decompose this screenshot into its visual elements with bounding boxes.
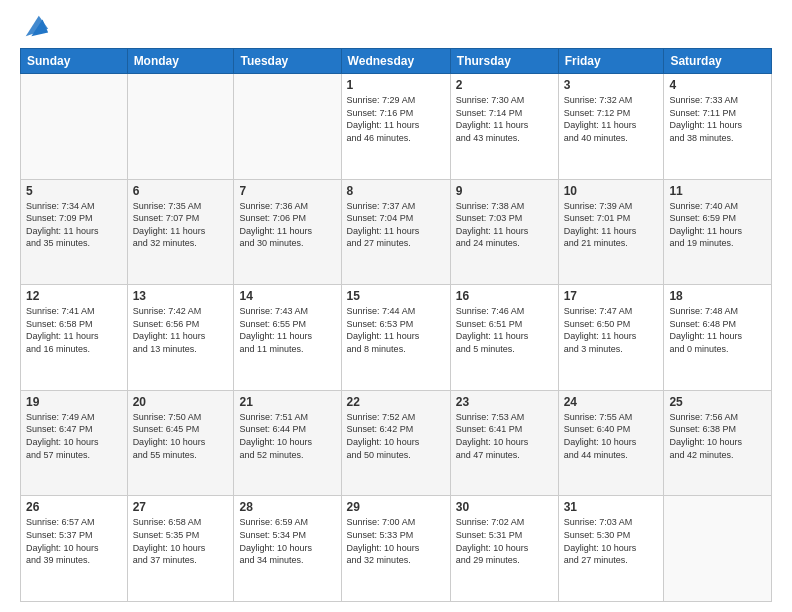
- day-info: Sunrise: 7:56 AM Sunset: 6:38 PM Dayligh…: [669, 411, 766, 461]
- day-number: 26: [26, 500, 122, 514]
- calendar: SundayMondayTuesdayWednesdayThursdayFrid…: [20, 48, 772, 602]
- day-cell: [21, 74, 128, 180]
- day-number: 5: [26, 184, 122, 198]
- day-cell: 29Sunrise: 7:00 AM Sunset: 5:33 PM Dayli…: [341, 496, 450, 602]
- day-number: 13: [133, 289, 229, 303]
- day-info: Sunrise: 7:44 AM Sunset: 6:53 PM Dayligh…: [347, 305, 445, 355]
- day-number: 21: [239, 395, 335, 409]
- day-cell: 25Sunrise: 7:56 AM Sunset: 6:38 PM Dayli…: [664, 390, 772, 496]
- day-cell: [664, 496, 772, 602]
- logo-icon: [22, 12, 50, 40]
- logo: [20, 16, 50, 40]
- day-number: 1: [347, 78, 445, 92]
- day-cell: 3Sunrise: 7:32 AM Sunset: 7:12 PM Daylig…: [558, 74, 664, 180]
- page: SundayMondayTuesdayWednesdayThursdayFrid…: [0, 0, 792, 612]
- day-info: Sunrise: 7:48 AM Sunset: 6:48 PM Dayligh…: [669, 305, 766, 355]
- day-cell: 28Sunrise: 6:59 AM Sunset: 5:34 PM Dayli…: [234, 496, 341, 602]
- day-number: 27: [133, 500, 229, 514]
- day-cell: 23Sunrise: 7:53 AM Sunset: 6:41 PM Dayli…: [450, 390, 558, 496]
- week-row-2: 12Sunrise: 7:41 AM Sunset: 6:58 PM Dayli…: [21, 285, 772, 391]
- day-cell: 21Sunrise: 7:51 AM Sunset: 6:44 PM Dayli…: [234, 390, 341, 496]
- day-number: 4: [669, 78, 766, 92]
- day-info: Sunrise: 7:55 AM Sunset: 6:40 PM Dayligh…: [564, 411, 659, 461]
- day-info: Sunrise: 7:30 AM Sunset: 7:14 PM Dayligh…: [456, 94, 553, 144]
- day-number: 24: [564, 395, 659, 409]
- day-cell: 24Sunrise: 7:55 AM Sunset: 6:40 PM Dayli…: [558, 390, 664, 496]
- day-cell: 8Sunrise: 7:37 AM Sunset: 7:04 PM Daylig…: [341, 179, 450, 285]
- day-number: 19: [26, 395, 122, 409]
- day-cell: 26Sunrise: 6:57 AM Sunset: 5:37 PM Dayli…: [21, 496, 128, 602]
- day-info: Sunrise: 6:58 AM Sunset: 5:35 PM Dayligh…: [133, 516, 229, 566]
- day-number: 14: [239, 289, 335, 303]
- week-row-4: 26Sunrise: 6:57 AM Sunset: 5:37 PM Dayli…: [21, 496, 772, 602]
- day-number: 2: [456, 78, 553, 92]
- day-info: Sunrise: 7:53 AM Sunset: 6:41 PM Dayligh…: [456, 411, 553, 461]
- day-info: Sunrise: 7:36 AM Sunset: 7:06 PM Dayligh…: [239, 200, 335, 250]
- day-info: Sunrise: 7:42 AM Sunset: 6:56 PM Dayligh…: [133, 305, 229, 355]
- day-info: Sunrise: 6:59 AM Sunset: 5:34 PM Dayligh…: [239, 516, 335, 566]
- day-cell: [127, 74, 234, 180]
- day-info: Sunrise: 6:57 AM Sunset: 5:37 PM Dayligh…: [26, 516, 122, 566]
- weekday-header-row: SundayMondayTuesdayWednesdayThursdayFrid…: [21, 49, 772, 74]
- day-info: Sunrise: 7:02 AM Sunset: 5:31 PM Dayligh…: [456, 516, 553, 566]
- day-info: Sunrise: 7:33 AM Sunset: 7:11 PM Dayligh…: [669, 94, 766, 144]
- week-row-1: 5Sunrise: 7:34 AM Sunset: 7:09 PM Daylig…: [21, 179, 772, 285]
- day-number: 8: [347, 184, 445, 198]
- day-cell: 19Sunrise: 7:49 AM Sunset: 6:47 PM Dayli…: [21, 390, 128, 496]
- day-info: Sunrise: 7:43 AM Sunset: 6:55 PM Dayligh…: [239, 305, 335, 355]
- day-number: 30: [456, 500, 553, 514]
- day-number: 15: [347, 289, 445, 303]
- day-cell: 13Sunrise: 7:42 AM Sunset: 6:56 PM Dayli…: [127, 285, 234, 391]
- day-number: 31: [564, 500, 659, 514]
- day-cell: 11Sunrise: 7:40 AM Sunset: 6:59 PM Dayli…: [664, 179, 772, 285]
- day-cell: [234, 74, 341, 180]
- day-number: 9: [456, 184, 553, 198]
- day-cell: 4Sunrise: 7:33 AM Sunset: 7:11 PM Daylig…: [664, 74, 772, 180]
- day-info: Sunrise: 7:41 AM Sunset: 6:58 PM Dayligh…: [26, 305, 122, 355]
- day-number: 20: [133, 395, 229, 409]
- weekday-header-tuesday: Tuesday: [234, 49, 341, 74]
- day-number: 28: [239, 500, 335, 514]
- weekday-header-sunday: Sunday: [21, 49, 128, 74]
- day-cell: 30Sunrise: 7:02 AM Sunset: 5:31 PM Dayli…: [450, 496, 558, 602]
- day-number: 25: [669, 395, 766, 409]
- day-info: Sunrise: 7:38 AM Sunset: 7:03 PM Dayligh…: [456, 200, 553, 250]
- day-info: Sunrise: 7:46 AM Sunset: 6:51 PM Dayligh…: [456, 305, 553, 355]
- day-cell: 16Sunrise: 7:46 AM Sunset: 6:51 PM Dayli…: [450, 285, 558, 391]
- day-cell: 31Sunrise: 7:03 AM Sunset: 5:30 PM Dayli…: [558, 496, 664, 602]
- day-number: 6: [133, 184, 229, 198]
- day-info: Sunrise: 7:37 AM Sunset: 7:04 PM Dayligh…: [347, 200, 445, 250]
- day-number: 12: [26, 289, 122, 303]
- day-info: Sunrise: 7:34 AM Sunset: 7:09 PM Dayligh…: [26, 200, 122, 250]
- day-cell: 9Sunrise: 7:38 AM Sunset: 7:03 PM Daylig…: [450, 179, 558, 285]
- day-info: Sunrise: 7:35 AM Sunset: 7:07 PM Dayligh…: [133, 200, 229, 250]
- day-info: Sunrise: 7:40 AM Sunset: 6:59 PM Dayligh…: [669, 200, 766, 250]
- day-info: Sunrise: 7:51 AM Sunset: 6:44 PM Dayligh…: [239, 411, 335, 461]
- day-info: Sunrise: 7:29 AM Sunset: 7:16 PM Dayligh…: [347, 94, 445, 144]
- header: [20, 16, 772, 40]
- weekday-header-friday: Friday: [558, 49, 664, 74]
- weekday-header-monday: Monday: [127, 49, 234, 74]
- day-number: 10: [564, 184, 659, 198]
- day-cell: 1Sunrise: 7:29 AM Sunset: 7:16 PM Daylig…: [341, 74, 450, 180]
- day-number: 23: [456, 395, 553, 409]
- week-row-3: 19Sunrise: 7:49 AM Sunset: 6:47 PM Dayli…: [21, 390, 772, 496]
- day-info: Sunrise: 7:39 AM Sunset: 7:01 PM Dayligh…: [564, 200, 659, 250]
- day-cell: 22Sunrise: 7:52 AM Sunset: 6:42 PM Dayli…: [341, 390, 450, 496]
- weekday-header-wednesday: Wednesday: [341, 49, 450, 74]
- day-info: Sunrise: 7:47 AM Sunset: 6:50 PM Dayligh…: [564, 305, 659, 355]
- day-info: Sunrise: 7:49 AM Sunset: 6:47 PM Dayligh…: [26, 411, 122, 461]
- day-cell: 18Sunrise: 7:48 AM Sunset: 6:48 PM Dayli…: [664, 285, 772, 391]
- day-cell: 12Sunrise: 7:41 AM Sunset: 6:58 PM Dayli…: [21, 285, 128, 391]
- day-info: Sunrise: 7:32 AM Sunset: 7:12 PM Dayligh…: [564, 94, 659, 144]
- weekday-header-thursday: Thursday: [450, 49, 558, 74]
- day-number: 17: [564, 289, 659, 303]
- day-info: Sunrise: 7:03 AM Sunset: 5:30 PM Dayligh…: [564, 516, 659, 566]
- day-cell: 2Sunrise: 7:30 AM Sunset: 7:14 PM Daylig…: [450, 74, 558, 180]
- day-cell: 27Sunrise: 6:58 AM Sunset: 5:35 PM Dayli…: [127, 496, 234, 602]
- day-info: Sunrise: 7:50 AM Sunset: 6:45 PM Dayligh…: [133, 411, 229, 461]
- day-number: 3: [564, 78, 659, 92]
- weekday-header-saturday: Saturday: [664, 49, 772, 74]
- day-cell: 10Sunrise: 7:39 AM Sunset: 7:01 PM Dayli…: [558, 179, 664, 285]
- day-cell: 17Sunrise: 7:47 AM Sunset: 6:50 PM Dayli…: [558, 285, 664, 391]
